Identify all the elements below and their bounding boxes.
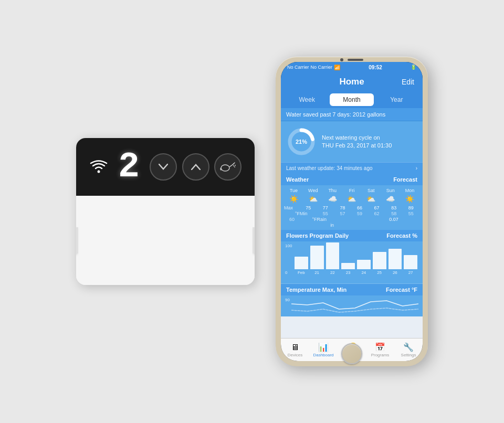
svg-point-4 — [235, 165, 236, 166]
carrier-text: No Carrier — [287, 65, 309, 70]
rain-mon — [300, 223, 317, 228]
programs-icon: 📅 — [375, 342, 385, 352]
settings-label: Settings — [401, 353, 416, 357]
min-mon: 60 — [284, 217, 300, 222]
program-title: Flowers Program Daily — [286, 232, 349, 239]
bar-25 — [373, 252, 386, 269]
side-bump-left — [76, 227, 78, 253]
day-wed: Wed — [303, 187, 323, 194]
min-thu: 59 — [351, 211, 369, 216]
scene: 2 — [76, 57, 428, 366]
temp-section: Temperature Max, Min Forecast °F 90 — [281, 283, 423, 316]
max-wed: 77 — [317, 205, 334, 210]
bar-chart: 100 0 Feb 21 — [281, 241, 423, 283]
bar-label-27: 27 — [408, 270, 413, 275]
carrier-name: No Carrier — [311, 65, 333, 70]
bar-col-22: 22 — [326, 242, 340, 275]
bar-22 — [326, 242, 340, 269]
app-title: Home — [339, 77, 364, 87]
speaker — [348, 59, 363, 61]
icon-wed: ⛅ — [303, 195, 323, 203]
max-sun: 83 — [385, 205, 403, 210]
bar-label-feb: Feb — [298, 270, 305, 275]
min-sun: 55 — [402, 211, 419, 216]
bar-label-25: 25 — [377, 270, 382, 275]
bar-23 — [341, 263, 355, 269]
down-button[interactable] — [150, 153, 177, 181]
nav-dashboard[interactable]: 📊 Dashboard — [309, 339, 338, 361]
y-min: 0 — [285, 270, 292, 275]
svg-point-1 — [221, 165, 229, 171]
phone-wrapper: No Carrier No Carrier 📶 09:52 🔋 Home Edi… — [276, 57, 428, 366]
y-max: 100 — [285, 244, 292, 248]
program-section-header: Flowers Program Daily Forecast % — [281, 230, 423, 241]
rain-sun — [284, 223, 300, 228]
up-button[interactable] — [182, 153, 209, 181]
donut-chart: 21% — [286, 126, 317, 157]
bar-label-26: 26 — [393, 270, 397, 275]
water-button[interactable] — [214, 153, 242, 181]
icon-mon: ☀️ — [400, 195, 419, 203]
bar-label-24: 24 — [361, 270, 366, 275]
rain-wed — [351, 217, 369, 222]
weather-forecast-label: Forecast — [393, 176, 417, 183]
bar-col-feb: Feb — [295, 257, 308, 275]
weather-table: Tue Wed Thu Fri Sat Sun Mon ☀️ ⛅ ☁️ — [281, 185, 423, 230]
bar-col-21: 21 — [310, 246, 324, 275]
bar-label-23: 23 — [346, 270, 351, 275]
tab-month[interactable]: Month — [330, 93, 373, 106]
icon-tue: ☀️ — [284, 195, 303, 203]
nav-programs[interactable]: 📅 Programs — [366, 339, 394, 361]
status-left: No Carrier No Carrier 📶 — [287, 65, 340, 70]
rain-tue — [334, 217, 351, 222]
bar-21 — [310, 246, 324, 269]
bar-26 — [388, 249, 402, 269]
programs-label: Programs — [371, 353, 390, 357]
next-watering-text: Next watering cycle on THU Feb 23, 2017 … — [322, 134, 392, 150]
rain-sat — [402, 217, 419, 222]
nav-settings[interactable]: 🔧 Settings — [394, 339, 423, 361]
bar-col-25: 25 — [373, 252, 386, 275]
temp-section-header: Temperature Max, Min Forecast °F — [281, 284, 423, 295]
status-bar: No Carrier No Carrier 📶 09:52 🔋 — [281, 62, 423, 72]
max-mon: 89 — [402, 205, 419, 210]
temp-title: Temperature Max, Min — [286, 287, 346, 293]
controller-top: 2 — [76, 138, 255, 196]
weather-update-text: Last weather update: 34 minutes ago — [286, 165, 373, 171]
bar-col-26: 26 — [388, 249, 402, 275]
tab-year[interactable]: Year — [375, 93, 418, 106]
icon-sun: ☁️ — [381, 195, 400, 203]
svg-point-0 — [97, 171, 100, 173]
tab-week[interactable]: Week — [285, 93, 329, 106]
status-time: 09:52 — [369, 65, 382, 70]
next-watering-card: 21% Next watering cycle on THU Feb 23, 2… — [281, 121, 423, 162]
min-tue: 55 — [317, 211, 334, 216]
weather-title: Weather — [286, 176, 309, 183]
donut-percent: 21% — [296, 139, 307, 145]
edit-button[interactable]: Edit — [402, 78, 414, 86]
wifi-icon — [89, 160, 108, 174]
temp-unit-max: °F — [284, 211, 300, 216]
icon-sat: ⛅ — [361, 195, 381, 203]
temp-line-chart — [291, 300, 418, 314]
next-watering-datetime: THU Feb 23, 2017 at 01:30 — [322, 142, 392, 150]
nav-devices[interactable]: 🖥 Devices — [281, 339, 309, 361]
temp-y-max: 90 — [285, 298, 290, 302]
day-sun: Sun — [381, 187, 400, 194]
max-label: Max — [284, 205, 300, 210]
rain-fri: 0.07 — [385, 217, 403, 222]
max-tue: 75 — [300, 205, 317, 210]
icon-thu: ☁️ — [323, 195, 342, 203]
temp-forecast-label: Forecast °F — [386, 287, 417, 293]
temp-unit-min: °F — [300, 217, 317, 222]
settings-icon: 🔧 — [403, 342, 414, 352]
home-button[interactable] — [341, 343, 362, 364]
day-fri: Fri — [342, 187, 362, 194]
bar-label-22: 22 — [330, 270, 335, 275]
controller-digit: 2 — [113, 149, 144, 185]
bar-col-24: 24 — [357, 260, 371, 275]
weather-update-bar: Last weather update: 34 minutes ago › — [281, 162, 423, 174]
rain-thu — [368, 217, 385, 222]
next-watering-label: Next watering cycle on — [322, 134, 392, 142]
max-fri: 66 — [351, 205, 369, 210]
